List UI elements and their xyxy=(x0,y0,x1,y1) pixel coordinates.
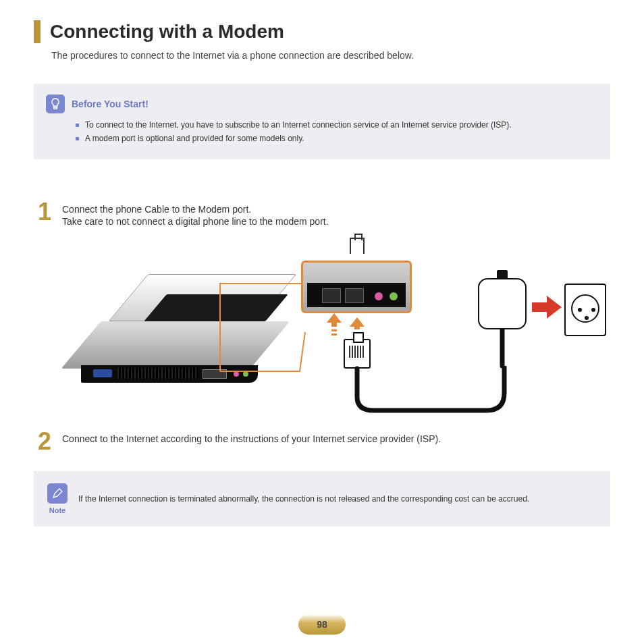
arrow-up-icon xyxy=(327,313,342,336)
step-1: 1 Connect the phone Cable to the Modem p… xyxy=(34,200,610,228)
step-text: Take care to not connect a digital phone… xyxy=(62,216,329,227)
page-number-badge: 98 xyxy=(298,614,346,635)
lightbulb-icon xyxy=(46,95,65,113)
power-adapter-icon xyxy=(478,278,527,329)
title-row: Connecting with a Modem xyxy=(34,20,610,43)
phone-jack-icon xyxy=(350,238,365,254)
adapter-cord xyxy=(495,328,509,370)
intro-text: The procedures to connect to the Interne… xyxy=(51,50,610,61)
before-list-item: A modem port is optional and provided fo… xyxy=(76,134,598,143)
before-list-item: To connect to the Internet, you have to … xyxy=(76,120,598,130)
rj11-plug-icon xyxy=(344,339,371,369)
before-you-start-heading: Before You Start! xyxy=(72,99,149,109)
modem-port-zoom xyxy=(301,261,412,313)
step-text: Connect the phone Cable to the Modem por… xyxy=(62,204,329,215)
laptop-illustration xyxy=(81,301,270,389)
step-text: Connect to the Internet according to the… xyxy=(62,433,441,444)
step-2: 2 Connect to the Internet according to t… xyxy=(34,429,610,454)
note-label: Note xyxy=(49,506,65,514)
before-you-start-box: Before You Start! To connect to the Inte… xyxy=(34,84,610,159)
note-box: Note If the Internet connection is termi… xyxy=(34,471,610,527)
step-number: 2 xyxy=(38,429,55,454)
step-number: 1 xyxy=(38,200,55,228)
note-text: If the Internet connection is terminated… xyxy=(78,494,529,504)
wall-outlet-icon xyxy=(564,284,606,336)
pencil-icon xyxy=(47,483,68,504)
page-title: Connecting with a Modem xyxy=(50,21,284,43)
arrow-right-icon xyxy=(532,296,562,321)
title-accent-bar xyxy=(34,20,41,43)
phone-cable xyxy=(354,366,510,414)
connection-diagram xyxy=(34,240,610,416)
